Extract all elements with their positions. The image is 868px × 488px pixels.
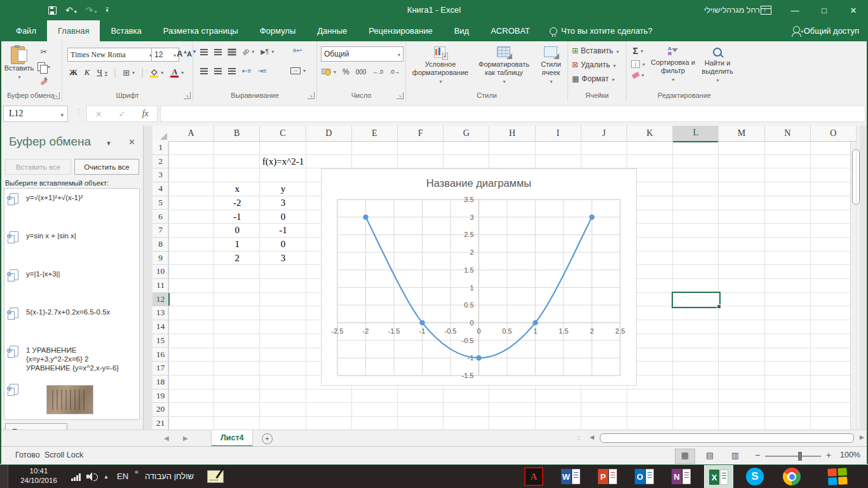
column-header-G[interactable]: G bbox=[444, 126, 489, 142]
row-header-9[interactable]: 9 bbox=[153, 252, 169, 266]
orientation-button[interactable]: ab bbox=[241, 48, 255, 56]
next-sheet-button[interactable]: ▶ bbox=[183, 430, 188, 447]
scroll-left-icon[interactable]: ◀ bbox=[590, 434, 594, 440]
accounting-format-button[interactable] bbox=[321, 67, 337, 76]
column-header-M[interactable]: M bbox=[719, 126, 764, 142]
pane-close-button[interactable]: ✕ bbox=[128, 137, 135, 147]
customize-qat-button[interactable]: ▾ bbox=[106, 8, 109, 13]
tab-Главная[interactable]: Главная bbox=[47, 20, 100, 41]
taskbar-app-word[interactable]: W bbox=[557, 465, 585, 488]
zoom-in-button[interactable]: + bbox=[826, 450, 831, 460]
increase-decimal-button[interactable]: ←.0 bbox=[372, 69, 384, 76]
clipboard-item-2[interactable]: y=sin x + |sin x| bbox=[6, 229, 135, 265]
number-format-select[interactable]: Общий bbox=[321, 46, 403, 62]
merge-center-button[interactable]: ↔ bbox=[290, 67, 306, 75]
confirm-entry-button[interactable] bbox=[119, 108, 126, 119]
cell-B6[interactable]: -1 bbox=[214, 210, 260, 224]
cancel-entry-button[interactable] bbox=[95, 108, 102, 119]
name-box[interactable]: L12 bbox=[3, 105, 68, 122]
zoom-percent[interactable]: 100% bbox=[840, 451, 860, 459]
fill-button[interactable]: ↓ bbox=[630, 60, 646, 69]
cell-B5[interactable]: -2 bbox=[214, 196, 260, 210]
format-cells-button[interactable]: ▦ Формат bbox=[572, 74, 614, 83]
tab-Рецензирование[interactable]: Рецензирование bbox=[358, 20, 443, 41]
close-button[interactable]: ✕ bbox=[839, 0, 868, 20]
column-header-N[interactable]: N bbox=[765, 126, 811, 142]
fill-color-button[interactable]: ◇ bbox=[149, 67, 164, 78]
delete-cells-button[interactable]: ⊠ Удалить bbox=[572, 60, 616, 69]
row-header-18[interactable]: 18 bbox=[153, 376, 169, 390]
tab-Разметка страницы[interactable]: Разметка страницы bbox=[153, 20, 249, 41]
align-left-button[interactable] bbox=[200, 67, 208, 75]
cell-B8[interactable]: 1 bbox=[214, 238, 260, 252]
borders-button[interactable]: ⊞ bbox=[122, 67, 135, 78]
row-header-6[interactable]: 6 bbox=[153, 210, 169, 224]
pane-menu-button[interactable]: ▼ bbox=[105, 140, 112, 147]
cut-button[interactable]: ✂ bbox=[37, 46, 51, 57]
top-align-button[interactable] bbox=[200, 48, 208, 56]
horizontal-scroll-thumb[interactable] bbox=[600, 433, 854, 443]
increase-indent-button[interactable]: ⇥≡ bbox=[257, 67, 267, 75]
column-header-H[interactable]: H bbox=[489, 126, 535, 142]
desktop-toolbar-label[interactable]: שולחן העבודה bbox=[145, 471, 194, 481]
clipboard-item-5[interactable]: 1 УРАВНЕНИЕ {x=y+3,y^2-2x=6} 2 УРАВНЕНИЕ… bbox=[6, 344, 135, 379]
chart-object[interactable]: -2.5-2-1.5-1-0.500.511.522.5-1.5-1-0.500… bbox=[321, 168, 637, 386]
row-header-3[interactable]: 3 bbox=[153, 168, 169, 182]
start-button[interactable] bbox=[821, 465, 854, 488]
taskbar-app-skype[interactable]: S bbox=[741, 465, 769, 488]
alignment-dialog-launcher[interactable] bbox=[308, 92, 315, 99]
sheet-grid[interactable]: -2.5-2-1.5-1-0.500.511.522.5-1.5-1-0.500… bbox=[153, 126, 859, 430]
taskbar-app-chrome[interactable] bbox=[778, 465, 806, 488]
column-header-D[interactable]: D bbox=[306, 126, 352, 142]
hidden-icons-button[interactable]: ▲ bbox=[104, 474, 109, 480]
bold-button[interactable]: Ж bbox=[69, 67, 78, 78]
middle-align-button[interactable] bbox=[214, 48, 222, 56]
page-break-view-button[interactable]: ▥ bbox=[726, 449, 745, 463]
row-header-7[interactable]: 7 bbox=[153, 224, 169, 238]
column-header-C[interactable]: C bbox=[260, 126, 306, 142]
column-header-J[interactable]: J bbox=[581, 126, 627, 142]
taskbar-app-excel[interactable]: X bbox=[704, 465, 733, 488]
row-header-14[interactable]: 14 bbox=[153, 320, 169, 334]
font-size-select[interactable]: 12 bbox=[151, 48, 179, 62]
maximize-button[interactable]: □ bbox=[810, 0, 839, 20]
undo-button[interactable]: ↶ bbox=[65, 5, 77, 15]
format-painter-button[interactable] bbox=[37, 76, 51, 85]
column-header-L[interactable]: L bbox=[673, 126, 719, 142]
conditional-formatting-button[interactable]: ≠ Условное форматирование bbox=[409, 46, 472, 86]
decrease-indent-button[interactable]: ⇤≡ bbox=[241, 67, 252, 75]
row-header-13[interactable]: 13 bbox=[153, 306, 169, 320]
row-header-8[interactable]: 8 bbox=[153, 238, 169, 252]
column-header-B[interactable]: B bbox=[214, 126, 260, 142]
format-as-table-button[interactable]: Форматировать как таблицу bbox=[473, 46, 534, 86]
selected-cell-L12[interactable] bbox=[672, 292, 721, 309]
increase-font-button[interactable]: A▲ bbox=[177, 49, 187, 58]
tab-Вставка[interactable]: Вставка bbox=[100, 20, 152, 41]
taskbar-app-powerpoint[interactable]: P bbox=[593, 465, 621, 488]
cell-B9[interactable]: 2 bbox=[214, 252, 260, 266]
cell-B7[interactable]: 0 bbox=[214, 224, 260, 238]
font-name-select[interactable]: Times New Roma bbox=[67, 48, 155, 62]
column-header-K[interactable]: K bbox=[627, 126, 673, 142]
scroll-right-icon[interactable]: ▶ bbox=[860, 434, 864, 440]
row-header-20[interactable]: 20 bbox=[153, 403, 169, 417]
save-button[interactable] bbox=[48, 6, 57, 15]
row-header-12[interactable]: 12 bbox=[153, 293, 170, 307]
clipboard-dialog-launcher[interactable] bbox=[53, 92, 60, 99]
insert-function-button[interactable]: fx bbox=[142, 109, 149, 119]
minimize-button[interactable]: — bbox=[780, 0, 810, 20]
page-layout-view-button[interactable]: ▤ bbox=[700, 449, 719, 463]
tab-Вид[interactable]: Вид bbox=[444, 20, 480, 41]
decrease-decimal-button[interactable]: .0→ bbox=[389, 69, 401, 76]
paste-button[interactable]: Вставить bbox=[4, 45, 34, 81]
clipboard-item-6[interactable] bbox=[6, 382, 135, 417]
sort-filter-button[interactable]: АЯ Сортировка и фильтр bbox=[651, 46, 695, 84]
bottom-align-button[interactable] bbox=[227, 48, 236, 56]
formula-input[interactable] bbox=[160, 105, 865, 122]
toolbar-chevron-icon[interactable]: « bbox=[135, 468, 139, 475]
percent-button[interactable]: % bbox=[342, 67, 350, 77]
taskbar-app-onenote[interactable]: N bbox=[667, 465, 695, 488]
row-header-2[interactable]: 2 bbox=[153, 155, 169, 169]
autosum-button[interactable]: Σ bbox=[630, 45, 646, 57]
find-select-button[interactable]: Найти и выделить bbox=[696, 46, 738, 85]
